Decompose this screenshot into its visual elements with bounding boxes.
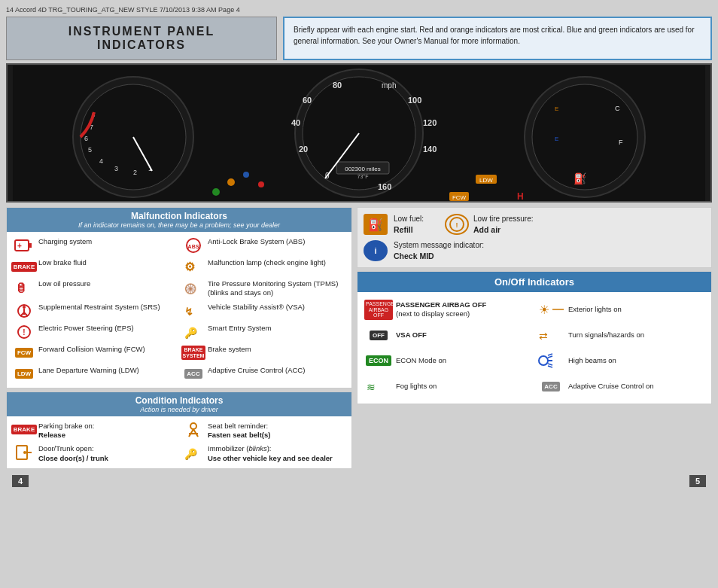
svg-text:80: 80 (333, 81, 342, 90)
svg-point-59 (23, 306, 26, 309)
exterior-lights-icon: ☀ (537, 300, 564, 319)
svg-text:+: + (17, 242, 22, 250)
passenger-off-badge: PASSENGERAIRBAGOFF (364, 300, 393, 320)
onoff-box: On/Off Indicators PASSENGERAIRBAGOFF PAS… (357, 271, 712, 404)
onoff-item-vsa-off: OFF VSA OFF (362, 322, 534, 348)
svg-text:E: E (555, 136, 558, 142)
fog-lights-icon: ≋ (365, 376, 392, 396)
fuel-pressure-box: ⛽ Low fuel: Refill ! Low tire pressure: (357, 207, 712, 268)
brake-icon: BRAKE (13, 258, 35, 275)
engine-text: Malfunction lamp (check engine light) (208, 258, 326, 267)
svg-text:↯: ↯ (184, 306, 193, 318)
svg-text:ABS: ABS (188, 244, 199, 249)
svg-text:F: F (619, 139, 623, 146)
onoff-item-exterior: ☀ Exterior lights on (534, 297, 707, 322)
indicator-item-engine: ⚙ Malfunction lamp (check engine light) (179, 256, 348, 277)
turn-signals-icon: ⇄ (537, 325, 564, 345)
seatbelt-text: Seat belt reminder:Fasten seat belt(s) (208, 422, 270, 440)
charging-text: Charging system (38, 237, 92, 246)
svg-text:!: ! (23, 328, 25, 337)
fuel-row: ⛽ Low fuel: Refill ! Low tire pressure: (364, 214, 705, 236)
tpms-icon: 🛞 (182, 279, 205, 296)
message-text: System message indicator: Check MID (394, 240, 484, 262)
vsa-icon: ↯ (182, 303, 205, 319)
svg-text:⚙: ⚙ (184, 260, 195, 273)
svg-point-43 (227, 178, 235, 186)
svg-line-86 (548, 354, 552, 355)
svg-text:!: ! (456, 221, 458, 229)
indicator-item-srs: Supplemental Restraint System (SRS) (10, 300, 179, 321)
engine-icon: ⚙ (182, 258, 205, 275)
high-beams-icon (537, 351, 564, 370)
condition-item-door: Door/Trunk open:Close door(s) / trunk (10, 442, 179, 465)
svg-text:☀: ☀ (539, 303, 549, 316)
eps-text: Electric Power Steering (EPS) (38, 324, 134, 333)
malfunction-grid: + Charging system ABS Anti-Lock Brake Sy… (7, 232, 351, 388)
indicator-item-vsa: ↯ Vehicle Stability Assist® (VSA) (179, 300, 348, 321)
svg-text:🔑: 🔑 (184, 448, 198, 461)
onoff-item-fog: ≋ Fog lights on (362, 373, 534, 399)
oil-text: Low oil pressure (38, 279, 90, 288)
page-title: INSTRUMENT PANEL INDICATORS (22, 25, 261, 52)
smart-text: Smart Entry System (208, 324, 271, 333)
svg-text:LDW: LDW (479, 177, 493, 184)
info-box: Briefly appear with each engine start. R… (283, 17, 712, 60)
svg-text:2: 2 (133, 169, 137, 176)
acc-badge: ACC (184, 369, 202, 379)
malfunction-header: Malfunction Indicators If an indicator r… (7, 208, 351, 232)
abs-icon: ABS (182, 237, 205, 254)
vsa-off-icon: OFF (365, 325, 392, 345)
smart-icon: 🔑 (182, 324, 205, 340)
indicator-item-smart: 🔑 Smart Entry System (179, 321, 348, 343)
indicator-item-charging: + Charging system (10, 235, 179, 256)
svg-text:100: 100 (408, 96, 421, 105)
page-numbers: 4 5 (6, 472, 712, 490)
page-num-left: 4 (12, 475, 29, 487)
fcw-text: Forward Collision Warning (FCW) (38, 345, 145, 354)
header-row: INSTRUMENT PANEL INDICATORS Briefly appe… (6, 17, 712, 60)
page-wrapper: 14 Accord 4D TRG_TOURING_ATG_NEW STYLE 7… (0, 0, 718, 496)
door-icon (13, 444, 35, 461)
brake-sys-text: Brake system (208, 345, 251, 354)
eps-icon: ! (13, 324, 35, 340)
high-beams-text: High beams on (568, 356, 616, 365)
svg-point-72 (23, 451, 26, 454)
seatbelt-icon (182, 422, 205, 438)
immobilizer-text: Immobilizer (blinks):Use other vehicle k… (208, 444, 333, 463)
svg-text:160: 160 (378, 182, 391, 191)
msg-icon: i (364, 240, 388, 261)
condition-grid: BRAKE Parking brake on:Release (7, 416, 351, 468)
svg-text:H: H (517, 191, 524, 201)
onoff-header: On/Off Indicators (357, 272, 711, 292)
passenger-off-icon: PASSENGERAIRBAGOFF (365, 300, 392, 319)
indicator-item-fcw: FCW Forward Collision Warning (FCW) (10, 343, 179, 364)
parking-brake-badge: BRAKE (11, 425, 37, 434)
malfunction-title: Malfunction Indicators (13, 211, 345, 221)
indicator-item-ldw: LDW Lane Departure Warning (LDW) (10, 364, 179, 385)
brake-sys-icon: BRAKESYSTEM (182, 345, 205, 361)
fog-lights-text: Fog lights on (396, 382, 437, 391)
econ-icon: ECON (365, 351, 392, 370)
svg-point-45 (258, 181, 264, 187)
svg-line-87 (548, 366, 552, 367)
malfunction-subtitle: If an indicator remains on, there may be… (13, 221, 345, 229)
svg-text:002300 miles: 002300 miles (345, 166, 381, 172)
svg-text:3: 3 (114, 165, 118, 172)
acc-icon: ACC (182, 366, 205, 382)
page-num-right: 5 (689, 475, 706, 487)
charging-icon: + (13, 237, 35, 254)
indicator-item-acc: ACC Adaptive Cruise Control (ACC) (179, 364, 348, 385)
onoff-item-turn: ⇄ Turn signals/hazards on (534, 322, 707, 348)
door-text: Door/Trunk open:Close door(s) / trunk (38, 444, 108, 463)
turn-signals-text: Turn signals/hazards on (568, 331, 644, 340)
svg-point-46 (212, 188, 220, 196)
svg-text:E: E (555, 105, 558, 112)
oil-icon: 🛢 (13, 279, 35, 296)
indicator-item-tpms: 🛞 Tire Pressure Monitoring System (TPMS)… (179, 277, 348, 300)
ldw-icon: LDW (13, 366, 35, 382)
condition-item-parking: BRAKE Parking brake on:Release (10, 419, 179, 443)
condition-header: Condition Indicators Action is needed by… (7, 392, 351, 416)
onoff-grid: PASSENGERAIRBAGOFF PASSENGER AIRBAG OFF … (357, 292, 711, 404)
right-col: ⛽ Low fuel: Refill ! Low tire pressure: (357, 207, 712, 469)
svg-text:mph: mph (382, 81, 396, 90)
